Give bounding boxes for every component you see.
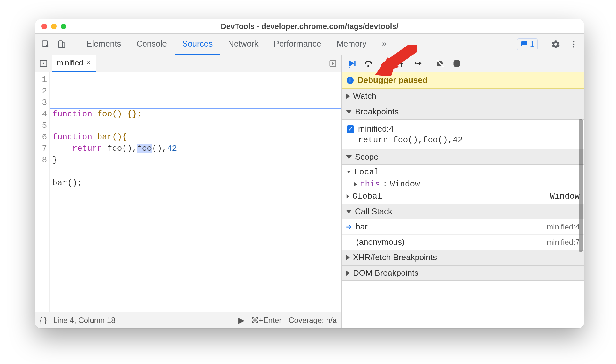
file-tab-bar: minified ×: [35, 55, 341, 72]
chevron-right-icon: [346, 255, 350, 260]
svg-rect-8: [354, 61, 356, 66]
settings-icon[interactable]: [548, 37, 563, 52]
step-over-button[interactable]: [361, 56, 376, 70]
watch-header[interactable]: Watch: [342, 89, 584, 104]
chevron-down-icon: [347, 171, 351, 173]
paused-banner: i Debugger paused: [342, 72, 584, 89]
callstack-pane: Call Stack ➔ bar minified:4 (ano: [342, 204, 584, 250]
tab-sources[interactable]: Sources: [175, 34, 220, 55]
chevron-down-icon: [346, 210, 352, 214]
breakpoints-header[interactable]: Breakpoints: [342, 104, 584, 120]
watch-title: Watch: [353, 91, 376, 101]
chevron-right-icon: [354, 182, 357, 186]
svg-point-3: [573, 41, 575, 42]
dom-pane: DOM Breakpoints: [342, 266, 584, 281]
paused-message: Debugger paused: [357, 75, 428, 85]
svg-point-4: [573, 43, 575, 45]
tabs-overflow[interactable]: »: [374, 34, 394, 55]
workspace: minified × 1 2 3 4 5 6 7 8: [35, 55, 584, 328]
pretty-print-icon[interactable]: { }: [40, 316, 47, 325]
breakpoint-item[interactable]: ✓ minified:4 return foo(),foo(),42: [345, 122, 580, 147]
maximize-window-button[interactable]: [61, 24, 66, 29]
breakpoint-label: minified:4: [358, 124, 394, 134]
scrollbar[interactable]: [579, 119, 583, 252]
svg-point-5: [573, 46, 575, 47]
inspect-element-icon[interactable]: [38, 37, 53, 52]
tab-memory[interactable]: Memory: [329, 34, 374, 55]
scope-title: Scope: [355, 152, 379, 162]
source-panel: minified × 1 2 3 4 5 6 7 8: [35, 55, 342, 328]
resume-button[interactable]: [344, 56, 359, 70]
watch-pane: Watch: [342, 89, 584, 104]
svg-rect-2: [62, 43, 65, 47]
titlebar: DevTools - developer.chrome.com/tags/dev…: [35, 19, 584, 34]
panel-tabs: Elements Console Sources Network Perform…: [79, 34, 394, 55]
close-icon[interactable]: ×: [86, 59, 91, 66]
debugger-toolbar: [342, 55, 584, 72]
line-gutter: 1 2 3 4 5 6 7 8: [35, 72, 50, 312]
xhr-pane: XHR/fetch Breakpoints: [342, 250, 584, 266]
breakpoints-title: Breakpoints: [355, 107, 399, 117]
checkbox-checked-icon[interactable]: ✓: [347, 125, 354, 133]
more-files-icon[interactable]: [325, 56, 341, 71]
debugger-panel: i Debugger paused Watch Breakpoints: [342, 55, 584, 328]
chevron-right-icon: [347, 194, 349, 199]
step-out-button[interactable]: [394, 56, 409, 70]
svg-point-11: [401, 59, 402, 61]
window-controls: [35, 24, 66, 29]
scope-pane: Scope Local this: Window: [342, 149, 584, 204]
run-snippet-icon[interactable]: ▶: [238, 316, 244, 325]
issues-button[interactable]: 1: [517, 38, 538, 50]
window-title: DevTools - developer.chrome.com/tags/dev…: [35, 22, 584, 31]
issues-count: 1: [530, 40, 534, 49]
coverage-status: Coverage: n/a: [289, 316, 337, 325]
callstack-title: Call Stack: [355, 207, 392, 216]
close-window-button[interactable]: [41, 24, 47, 29]
device-toolbar-icon[interactable]: [54, 37, 69, 52]
scope-header[interactable]: Scope: [342, 149, 584, 165]
scope-local[interactable]: Local: [344, 166, 582, 178]
svg-rect-1: [59, 41, 63, 47]
callstack-frame[interactable]: ➔ bar minified:4: [342, 219, 584, 234]
chevron-right-icon: [346, 270, 350, 276]
chevron-right-icon: [346, 93, 350, 99]
scope-this[interactable]: this: Window: [344, 178, 582, 190]
file-tab-minified[interactable]: minified ×: [52, 55, 96, 72]
chevron-down-icon: [346, 155, 352, 159]
tab-network[interactable]: Network: [220, 34, 266, 55]
tab-elements[interactable]: Elements: [79, 34, 129, 55]
file-tab-label: minified: [57, 58, 83, 67]
divider: [543, 39, 543, 50]
editor-statusbar: { } Line 4, Column 18 ▶ ⌘+Enter Coverage…: [35, 312, 341, 328]
current-frame-icon: ➔: [346, 223, 352, 231]
more-menu-icon[interactable]: [566, 37, 581, 52]
deactivate-breakpoints-button[interactable]: [432, 56, 448, 70]
show-navigator-icon[interactable]: [35, 56, 52, 71]
breakpoint-code: return foo(),foo(),42: [347, 135, 579, 145]
callstack-frame[interactable]: (anonymous) minified:7: [342, 234, 584, 250]
code-editor[interactable]: 1 2 3 4 5 6 7 8 function foo() {}; funct…: [35, 72, 341, 312]
xhr-header[interactable]: XHR/fetch Breakpoints: [342, 250, 584, 265]
pause-exceptions-button[interactable]: [449, 56, 464, 70]
devtools-window: DevTools - developer.chrome.com/tags/dev…: [35, 19, 584, 328]
scope-global[interactable]: Global Window: [344, 190, 582, 202]
divider: [72, 39, 72, 50]
info-icon: i: [347, 77, 354, 84]
run-shortcut: ⌘+Enter: [251, 316, 282, 325]
callstack-header[interactable]: Call Stack: [342, 204, 584, 219]
svg-point-12: [415, 62, 417, 64]
tab-console[interactable]: Console: [129, 34, 174, 55]
code-content[interactable]: function foo() {}; function bar(){ retur…: [50, 72, 341, 312]
divider: [429, 58, 429, 69]
minimize-window-button[interactable]: [51, 24, 57, 29]
dom-header[interactable]: DOM Breakpoints: [342, 266, 584, 281]
step-button[interactable]: [410, 56, 426, 70]
dom-title: DOM Breakpoints: [353, 268, 418, 278]
chevron-down-icon: [346, 110, 352, 114]
step-into-button[interactable]: [377, 56, 393, 70]
tab-performance[interactable]: Performance: [266, 34, 329, 55]
svg-point-9: [367, 65, 369, 67]
breakpoints-pane: Breakpoints ✓ minified:4 return foo(),fo…: [342, 104, 584, 149]
xhr-title: XHR/fetch Breakpoints: [353, 252, 437, 262]
cursor-position: Line 4, Column 18: [53, 316, 116, 325]
